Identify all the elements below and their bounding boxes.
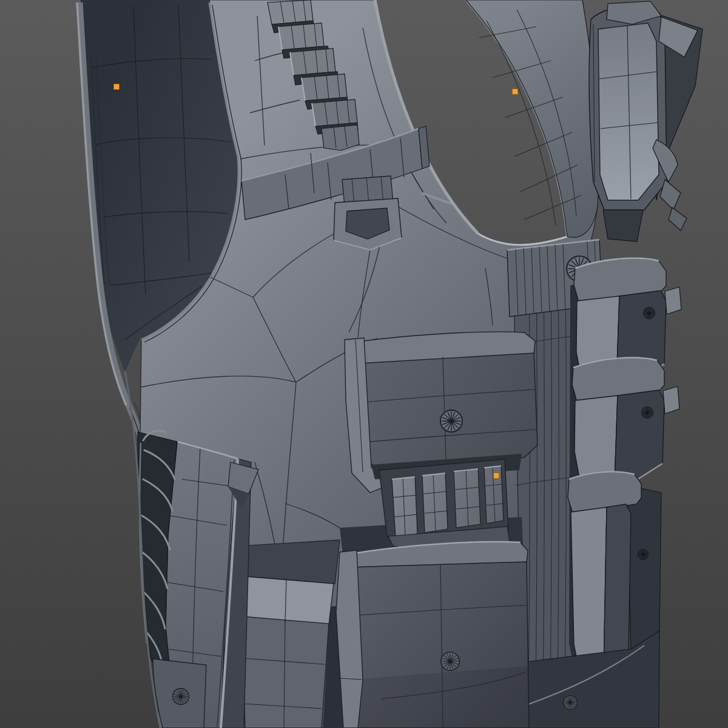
snap-button bbox=[440, 410, 462, 432]
snap-button-dark bbox=[644, 308, 655, 319]
lower-left-strap bbox=[239, 540, 352, 728]
3d-viewport[interactable] bbox=[0, 0, 728, 728]
origin-marker[interactable] bbox=[513, 89, 518, 95]
origin-marker[interactable] bbox=[494, 473, 499, 479]
side-tab bbox=[663, 386, 679, 414]
snap-button bbox=[173, 689, 189, 705]
strap-end-pad bbox=[153, 659, 206, 728]
pouch-face bbox=[598, 23, 659, 200]
origin-marker[interactable] bbox=[114, 84, 120, 90]
snap-button-dark bbox=[638, 549, 648, 559]
snap-button bbox=[564, 696, 578, 710]
side-tab bbox=[665, 287, 681, 314]
snap-button-dark bbox=[642, 407, 653, 419]
lower-pouch bbox=[336, 542, 529, 728]
d-ring-loop bbox=[334, 176, 402, 250]
vest-wireframe-model bbox=[0, 0, 728, 728]
snap-button bbox=[441, 652, 459, 670]
